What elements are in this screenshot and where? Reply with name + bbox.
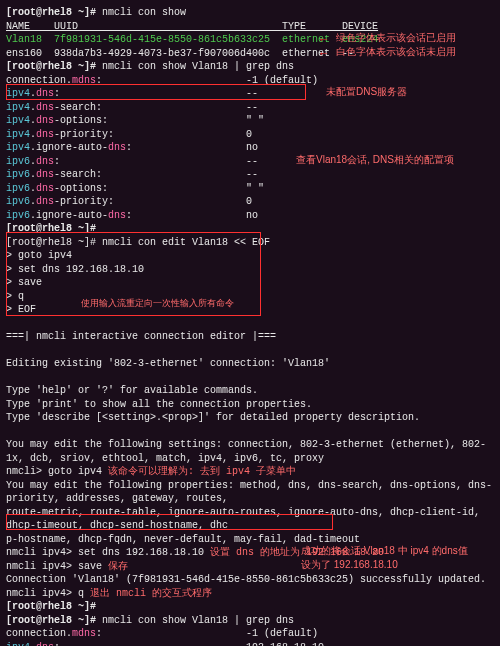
ann-success2: 设为了 192.168.18.10: [301, 558, 398, 572]
box-dnsset: [6, 514, 333, 530]
cmd1: nmcli con show: [102, 7, 186, 18]
prompt: [root@rhel8 ~]#: [6, 7, 102, 18]
ann-success1: 成功的将会话 Vlan18 中 ipv4 的dns值: [301, 544, 468, 558]
arrow-icon: ←: [320, 46, 327, 62]
ann-nodns: 未配置DNS服务器: [326, 85, 407, 99]
ann-heredoc: 使用输入流重定向一次性输入所有命令: [81, 297, 234, 309]
conn1-name: Vlan18: [6, 34, 42, 45]
ann-green: 绿色字体表示该会话已启用: [336, 31, 456, 45]
ann-white: 白色字体表示该会话未启用: [336, 45, 456, 59]
ann-check: 查看Vlan18会话, DNS相关的配置项: [296, 153, 454, 167]
box-nodns: [6, 84, 306, 100]
